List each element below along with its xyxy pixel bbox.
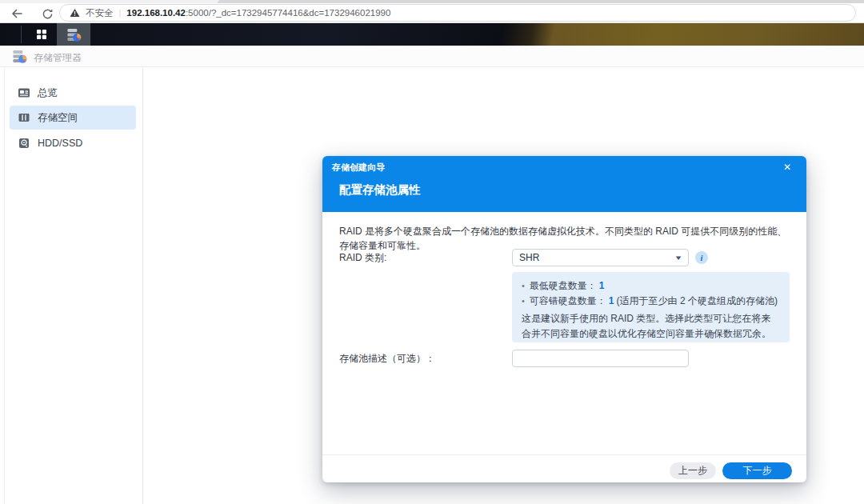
window-titlebar: 存储管理器 [0,46,864,67]
taskbar-divider [21,26,22,43]
sidebar-item-label: 总览 [38,86,58,100]
chevron-down-icon: ▼ [674,254,682,262]
tolerance-label: 可容错硬盘数量： [530,294,606,309]
back-arrow-icon [10,7,23,20]
dialog-header: 存储创建向导 ✕ 配置存储池属性 [322,156,806,212]
sidebar-item-label: HDD/SSD [38,138,82,149]
dsm-taskbar [0,23,864,46]
next-step-button[interactable]: 下一步 [722,462,792,479]
min-disks-label: 最低硬盘数量： [530,278,597,294]
browser-back-button[interactable] [8,5,26,22]
taskbar-storage-manager-tab[interactable] [57,23,90,46]
sidebar-item-storage-space[interactable]: 存储空间 [10,106,136,130]
raid-type-select[interactable]: SHR ▼ [512,249,689,266]
raid-type-label: RAID 类别: [339,249,386,266]
storage-manager-icon [66,27,82,42]
min-disks-value: 1 [597,278,607,294]
footer-divider [322,454,806,455]
tolerance-row: • 可容错硬盘数量： 1 (适用于至少由 2 个硬盘组成的存储池) [522,294,780,309]
pool-description-input[interactable] [512,350,689,367]
previous-step-button[interactable]: 上一步 [670,462,716,479]
info-icon[interactable]: i [695,251,708,264]
overview-icon [18,86,30,99]
storage-manager-icon [12,49,27,64]
dialog-step-heading: 配置存储池属性 [339,182,421,198]
sidebar-item-hdd-ssd[interactable]: HDD/SSD [10,133,136,154]
storage-space-icon [18,111,30,124]
url-path: :5000/?_dc=1732945774416&dc=173294602199… [186,8,390,18]
hdd-icon [18,137,30,150]
app-grid-icon [35,28,48,41]
tolerance-value: 1 [606,294,617,309]
close-icon[interactable]: ✕ [780,160,794,174]
tolerance-note: (适用于至少由 2 个硬盘组成的存储池) [617,294,778,309]
sidebar-item-label: 存储空间 [38,111,78,125]
url-text: 192.168.10.42:5000/?_dc=1732945774416&dc… [126,8,390,18]
raid-info-box: • 最低硬盘数量： 1 • 可容错硬盘数量： 1 (适用于至少由 2 个硬盘组成… [512,272,790,342]
min-disks-row: • 最低硬盘数量： 1 [522,278,780,294]
sidebar-divider [142,68,143,504]
not-secure-warning-icon [70,8,80,18]
window-title: 存储管理器 [34,51,82,65]
address-bar[interactable]: 不安全 | 192.168.10.42:5000/?_dc=1732945774… [59,4,856,22]
window-left-edge [4,68,5,504]
raid-type-description: 这是建议新手使用的 RAID 类型。选择此类型可让您在将来合并不同容量的硬盘以优… [522,311,780,342]
storage-creation-wizard-dialog: 存储创建向导 ✕ 配置存储池属性 RAID 是将多个硬盘聚合成一个存储池的数据存… [322,156,806,482]
sidebar-item-overview[interactable]: 总览 [10,82,136,103]
dialog-title: 存储创建向导 [332,162,385,174]
pool-description-label: 存储池描述（可选）： [339,350,435,367]
bullet-icon: • [522,279,525,293]
reload-icon [42,8,54,20]
browser-toolbar: 不安全 | 192.168.10.42:5000/?_dc=1732945774… [0,3,864,23]
not-secure-label: 不安全 [86,7,114,19]
bullet-icon: • [522,294,525,308]
browser-reload-button[interactable] [38,5,56,22]
main-menu-button[interactable] [27,23,56,46]
address-separator: | [119,8,122,18]
url-host: 192.168.10.42 [126,8,186,18]
raid-type-selected-value: SHR [519,252,675,263]
